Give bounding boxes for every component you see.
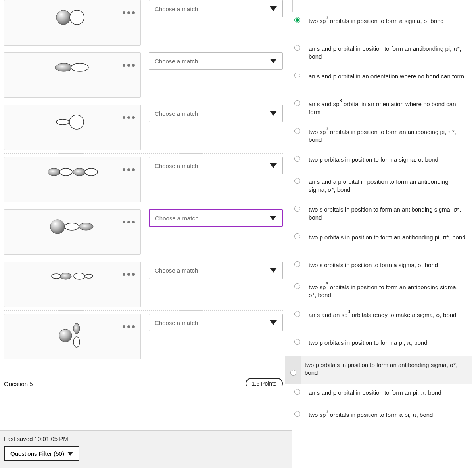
answer-option[interactable]: an s and p orbital in an orientation whe… <box>285 68 472 96</box>
radio-icon[interactable] <box>294 389 300 395</box>
orbital-diagram <box>53 61 92 74</box>
match-dropdown[interactable]: Choose a match <box>149 52 283 70</box>
radio-cell <box>289 72 305 78</box>
radio-icon[interactable] <box>290 370 296 376</box>
answer-option[interactable]: two sp3 orbitals in position to form an … <box>285 123 472 151</box>
option-text: an s and sp3 orbital in an orientation w… <box>305 99 466 116</box>
match-dropdown[interactable]: Choose a match <box>149 105 283 122</box>
radio-icon[interactable] <box>294 233 300 239</box>
answer-option[interactable]: an s and p orbital in position to form a… <box>285 40 472 68</box>
orbital-diagram <box>47 166 98 179</box>
match-row: Choose a match <box>4 209 283 255</box>
orbital-diagram <box>55 9 90 27</box>
radio-cell <box>289 388 305 395</box>
radio-icon[interactable] <box>294 411 300 417</box>
drag-handle-icon[interactable] <box>123 64 135 67</box>
question-divider <box>4 372 283 372</box>
answer-option[interactable]: an s and p orbital in position to form a… <box>285 384 472 406</box>
radio-cell <box>289 233 305 239</box>
option-text: an s and a p orbital in position to form… <box>305 177 466 193</box>
match-row: Choose a match <box>4 262 283 307</box>
orbital-prompt-card[interactable] <box>4 157 141 202</box>
radio-icon[interactable] <box>294 17 300 23</box>
radio-cell <box>289 177 305 184</box>
radio-icon[interactable] <box>294 128 300 134</box>
dropdown-placeholder: Choose a match <box>155 215 198 222</box>
drag-handle-icon[interactable] <box>123 325 135 328</box>
radio-icon[interactable] <box>294 45 300 51</box>
answer-option[interactable]: two p orbitals in position to form a pi,… <box>285 334 472 356</box>
row-divider <box>4 206 283 206</box>
drag-handle-icon[interactable] <box>123 11 135 14</box>
option-text: two p orbitals in position to form an an… <box>301 360 466 376</box>
svg-point-10 <box>50 220 65 234</box>
svg-point-18 <box>73 323 80 334</box>
orbital-prompt-card[interactable] <box>4 105 141 150</box>
radio-icon[interactable] <box>294 178 300 184</box>
svg-point-16 <box>85 274 93 278</box>
drag-handle-icon[interactable] <box>123 273 135 276</box>
points-pill: 1.5 Points <box>246 378 283 389</box>
drag-handle-icon[interactable] <box>123 221 135 223</box>
svg-point-0 <box>56 10 71 25</box>
radio-icon[interactable] <box>294 311 300 317</box>
radio-icon[interactable] <box>294 206 300 212</box>
answer-option[interactable]: two s orbitals in position to form a sig… <box>285 256 472 279</box>
svg-point-4 <box>56 119 69 125</box>
radio-icon[interactable] <box>294 73 300 78</box>
match-dropdown[interactable]: Choose a match <box>149 262 283 279</box>
svg-point-14 <box>60 273 71 279</box>
drag-handle-icon[interactable] <box>123 116 135 119</box>
option-text: two sp3 orbitals in position to form a s… <box>305 16 466 25</box>
svg-point-19 <box>73 337 80 347</box>
radio-icon[interactable] <box>294 156 300 162</box>
match-dropdown[interactable]: Choose a match <box>149 157 283 174</box>
question-label: Question 5 <box>4 380 33 387</box>
answer-option[interactable]: two sp3 orbitals in position to form an … <box>285 279 472 306</box>
orbital-prompt-card[interactable] <box>4 52 141 98</box>
option-text: two sp3 orbitals in position to form a p… <box>305 410 466 419</box>
match-row: Choose a match <box>4 105 283 150</box>
answer-option[interactable]: two p orbitals in position to form a sig… <box>285 151 472 173</box>
answer-option[interactable]: two p orbitals in position to form an an… <box>285 229 472 256</box>
svg-point-2 <box>55 63 73 71</box>
orbital-prompt-card[interactable] <box>4 209 141 255</box>
chevron-down-icon <box>270 6 277 11</box>
answer-option[interactable]: an s and an sp3 orbitals ready to make a… <box>285 306 472 334</box>
dropdown-placeholder: Choose a match <box>155 267 198 274</box>
radio-cell <box>289 260 305 267</box>
chevron-down-icon <box>270 111 277 116</box>
match-dropdown[interactable]: Choose a match <box>149 209 283 227</box>
answer-option[interactable]: an s and a p orbital in position to form… <box>285 173 472 201</box>
orbital-diagram <box>55 114 90 132</box>
radio-icon[interactable] <box>294 283 300 289</box>
radio-cell <box>289 205 305 212</box>
match-dropdown[interactable]: Choose a match <box>149 0 283 17</box>
radio-icon[interactable] <box>294 100 300 106</box>
questions-filter-button[interactable]: Questions Filter (50) <box>4 446 79 461</box>
svg-point-5 <box>69 115 84 129</box>
row-divider <box>4 49 283 49</box>
radio-icon[interactable] <box>294 339 300 345</box>
orbital-prompt-card[interactable] <box>4 262 141 307</box>
option-text: an s and an sp3 orbitals ready to make a… <box>305 310 466 319</box>
orbital-prompt-card[interactable] <box>4 314 141 359</box>
answer-option[interactable]: an s and sp3 orbital in an orientation w… <box>285 96 472 123</box>
drag-handle-icon[interactable] <box>123 168 135 171</box>
orbital-prompt-card[interactable] <box>4 0 141 46</box>
radio-cell <box>289 16 305 23</box>
option-text: an s and p orbital in position to form a… <box>305 44 466 60</box>
option-text: two p orbitals in position to form a sig… <box>305 155 466 164</box>
answer-option[interactable]: two p orbitals in position to form an an… <box>285 356 472 384</box>
radio-icon[interactable] <box>294 261 300 267</box>
match-dropdown[interactable]: Choose a match <box>149 314 283 331</box>
answer-option[interactable]: two sp3 orbitals in position to form a p… <box>285 406 472 428</box>
answer-option[interactable]: two s orbitals in position to form an an… <box>285 201 472 229</box>
chevron-down-icon <box>269 216 276 220</box>
svg-point-6 <box>48 168 60 176</box>
answer-options-panel[interactable]: two sp3 orbitals in position to form a s… <box>285 12 472 428</box>
radio-cell <box>289 283 305 289</box>
answer-option[interactable]: two sp3 orbitals in position to form a s… <box>285 12 472 40</box>
radio-cell <box>289 155 305 162</box>
option-text: two sp3 orbitals in position to form an … <box>305 283 466 299</box>
